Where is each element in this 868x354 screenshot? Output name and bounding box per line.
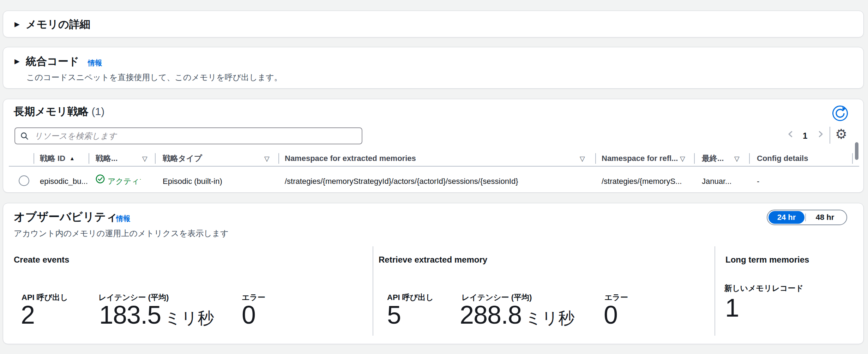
toggle-divider — [805, 214, 806, 221]
observability-title: オブザーバビリティ — [14, 211, 117, 222]
integration-code-info-link[interactable]: 情報 — [88, 59, 102, 66]
errors-label: エラー — [242, 294, 265, 301]
strategies-section: 長期メモリ戦略 (1) 1 ⚙ 戦略 ID ▲ 戦略... ▽ 戦略タイプ ▽ … — [3, 99, 864, 193]
memory-details-section: ▶ メモリの詳細 — [3, 11, 864, 37]
cell-config-details: - — [757, 178, 759, 185]
metrics-group-divider — [715, 246, 715, 336]
pagination-prev-button[interactable] — [787, 130, 795, 139]
errors-label: エラー — [604, 294, 628, 301]
latency-unit: ミリ秒 — [164, 309, 214, 327]
cell-namespace-extracted: /strategies/{memoryStrategyId}/actors/{a… — [285, 178, 518, 185]
filter-caret-icon[interactable]: ▽ — [264, 155, 270, 162]
strategies-count: (1) — [91, 106, 104, 117]
column-header-config-details[interactable]: Config details — [757, 155, 808, 162]
latency-label: レイテンシー (平均) — [462, 294, 532, 301]
search-icon — [20, 132, 29, 140]
vertical-scrollbar[interactable] — [855, 142, 858, 160]
latency-unit: ミリ秒 — [525, 309, 574, 327]
cell-last-updated: Januar... — [702, 178, 731, 185]
expand-triangle-icon: ▶ — [14, 58, 20, 65]
new-memory-records-label: 新しいメモリレコード — [724, 284, 803, 292]
column-header-last-updated[interactable]: 最終... — [702, 155, 724, 162]
api-calls-label: API 呼び出し — [387, 294, 434, 301]
search-input[interactable] — [14, 127, 362, 144]
column-header-strategy-status[interactable]: 戦略... — [96, 155, 117, 162]
api-calls-label: API 呼び出し — [22, 294, 68, 301]
column-divider — [278, 153, 279, 164]
column-divider — [155, 153, 156, 164]
errors-value: 0 — [604, 302, 617, 328]
column-divider — [749, 153, 750, 164]
retrieve-memory-heading: Retrieve extracted memory — [379, 256, 487, 264]
new-memory-records-value: 1 — [725, 295, 739, 320]
observability-description: アカウント内のメモリの運用上のメトリクスを表示します — [14, 229, 229, 238]
observability-info-link[interactable]: 情報 — [116, 215, 130, 222]
integration-code-section: ▶ 統合コード 情報 このコードスニペットを直接使用して、このメモリを呼び出しま… — [3, 47, 864, 89]
column-divider — [34, 153, 34, 164]
pagination-current-page[interactable]: 1 — [803, 132, 807, 140]
latency-value: 288.8ミリ秒 — [460, 302, 574, 328]
pagination-next-button[interactable] — [816, 130, 824, 139]
filter-caret-icon[interactable]: ▽ — [734, 155, 740, 162]
status-success-icon — [96, 174, 105, 184]
integration-code-title: 統合コード — [26, 56, 79, 67]
column-header-namespace-reflection[interactable]: Namespace for refl... — [602, 155, 678, 162]
column-divider — [852, 153, 853, 164]
filter-caret-icon[interactable]: ▽ — [142, 155, 147, 162]
refresh-button[interactable] — [832, 105, 849, 122]
row-radio-button[interactable] — [19, 175, 29, 186]
time-range-toggle: 24 hr 48 hr — [767, 210, 847, 225]
column-divider — [595, 153, 596, 164]
filter-caret-icon[interactable]: ▽ — [580, 155, 585, 162]
sort-ascending-icon[interactable]: ▲ — [70, 156, 75, 161]
api-calls-value: 5 — [387, 302, 401, 328]
refresh-icon — [832, 105, 849, 122]
chevron-right-icon — [816, 130, 824, 138]
integration-code-expander[interactable]: ▶ — [14, 58, 20, 65]
column-divider — [89, 153, 89, 164]
time-range-48hr-button[interactable]: 48 hr — [807, 211, 843, 224]
gear-icon: ⚙ — [835, 127, 847, 142]
api-calls-value: 2 — [21, 302, 35, 328]
cell-strategy-status: アクティブ — [108, 178, 141, 185]
memory-details-expander[interactable]: ▶ — [14, 21, 20, 28]
cell-strategy-type: Episodic (built-in) — [163, 178, 222, 185]
latency-value: 183.5ミリ秒 — [99, 302, 214, 328]
column-header-strategy-type[interactable]: 戦略タイプ — [163, 155, 202, 162]
table-header-border — [9, 166, 859, 167]
latency-label: レイテンシー (平均) — [98, 294, 169, 301]
integration-code-description: このコードスニペットを直接使用して、このメモリを呼び出します。 — [26, 73, 282, 82]
long-term-memories-heading: Long term memories — [725, 256, 809, 264]
chevron-left-icon — [787, 130, 795, 138]
expand-triangle-icon: ▶ — [14, 21, 20, 28]
filter-caret-icon[interactable]: ▽ — [680, 155, 685, 162]
column-divider — [694, 153, 695, 164]
metrics-group-divider — [373, 246, 373, 336]
time-range-24hr-button[interactable]: 24 hr — [768, 211, 804, 224]
column-header-strategy-id[interactable]: 戦略 ID — [40, 155, 65, 162]
cell-strategy-id: episodic_bu... — [40, 178, 88, 185]
memory-details-title: メモリの詳細 — [26, 19, 90, 30]
strategies-title: 長期メモリ戦略 (1) — [14, 106, 104, 117]
observability-section: オブザーバビリティ 情報 アカウント内のメモリの運用上のメトリクスを表示します … — [3, 203, 864, 344]
cell-namespace-reflection: /strategies/{memoryS... — [602, 178, 682, 185]
toolbar-divider — [830, 127, 830, 144]
column-header-namespace-extracted[interactable]: Namespace for extracted memories — [285, 155, 416, 162]
create-events-heading: Create events — [14, 256, 69, 264]
errors-value: 0 — [242, 302, 255, 328]
table-settings-button[interactable]: ⚙ — [835, 127, 847, 141]
